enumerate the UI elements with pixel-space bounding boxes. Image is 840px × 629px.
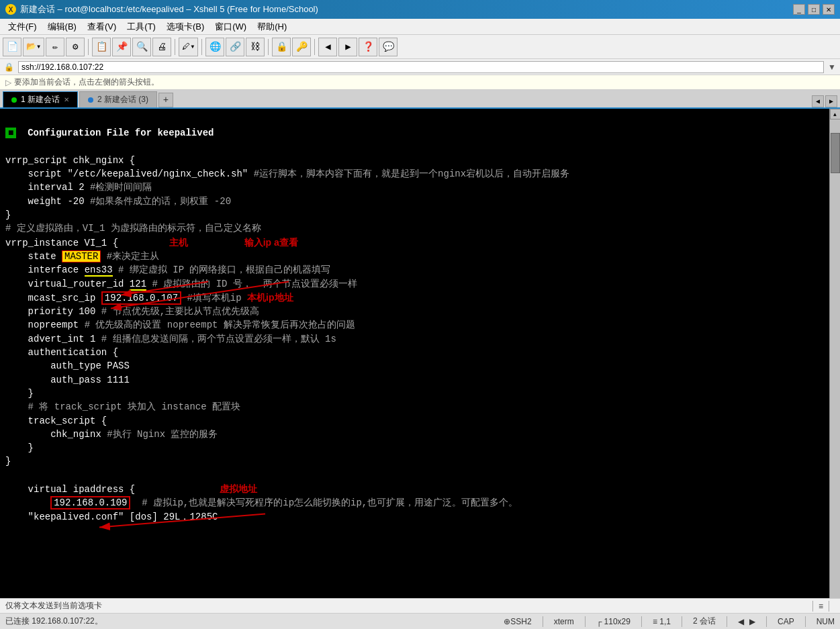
status-sep-2 bbox=[829, 601, 829, 612]
open-dropdown[interactable]: 📂▾ bbox=[23, 38, 44, 56]
chat-button[interactable]: 💬 bbox=[379, 38, 398, 56]
tab-1-label: 1 新建会话 bbox=[21, 94, 60, 105]
font-dropdown[interactable]: 🖊▾ bbox=[179, 38, 198, 56]
new-session-button[interactable]: 📄 bbox=[3, 38, 21, 56]
connection-status: 已连接 192.168.0.107:22。 bbox=[5, 616, 498, 627]
lock-button[interactable]: 🔒 bbox=[272, 38, 291, 56]
close-button[interactable]: ✕ bbox=[823, 4, 835, 15]
bottom-sep-3 bbox=[641, 616, 642, 627]
sep1 bbox=[88, 39, 89, 55]
right-button[interactable]: ▶ bbox=[338, 38, 357, 56]
menu-help[interactable]: 帮助(H) bbox=[252, 19, 292, 34]
session-count: 2 会话 bbox=[693, 616, 716, 627]
terminal[interactable]: ■ Configuration File for keepalived vrrp… bbox=[0, 109, 829, 541]
terminal-row: ■ Configuration File for keepalived vrrp… bbox=[0, 109, 840, 598]
menu-window[interactable]: 窗口(W) bbox=[209, 19, 252, 34]
globe-button[interactable]: 🌐 bbox=[205, 38, 224, 56]
left-button[interactable]: ◀ bbox=[318, 38, 337, 56]
main-window: X 新建会话 – root@localhost:/etc/keepalived … bbox=[0, 0, 840, 629]
status-sep-1 bbox=[812, 601, 813, 612]
bottom-sep-5 bbox=[727, 616, 727, 627]
help-button[interactable]: ❓ bbox=[359, 38, 377, 56]
vertical-scrollbar[interactable]: ▲ bbox=[829, 109, 840, 598]
tab-1-close-button[interactable]: ✕ bbox=[64, 96, 69, 103]
title-bar: X 新建会话 – root@localhost:/etc/keepalived … bbox=[0, 0, 840, 19]
sep5 bbox=[314, 39, 315, 55]
edit-button[interactable]: ✏️ bbox=[46, 38, 64, 56]
window-controls[interactable]: _ □ ✕ bbox=[793, 4, 835, 15]
tab-2-status-dot bbox=[88, 97, 93, 103]
sep3 bbox=[201, 39, 202, 55]
prev-session-button[interactable]: ◀ bbox=[738, 617, 744, 626]
menu-file[interactable]: 文件(F) bbox=[3, 19, 42, 34]
connect-button[interactable]: 🔗 bbox=[226, 38, 244, 56]
disconnect-button[interactable]: ⛓ bbox=[246, 38, 265, 56]
properties-button[interactable]: ⚙ bbox=[66, 38, 85, 56]
status-bar: 仅将文本发送到当前选项卡 ≡ bbox=[0, 598, 840, 613]
find-button[interactable]: 🔍 bbox=[132, 38, 151, 56]
maximize-button[interactable]: □ bbox=[808, 4, 820, 15]
bottom-sep-1 bbox=[543, 616, 543, 627]
address-input[interactable] bbox=[18, 61, 824, 73]
tab-prev-button[interactable]: ◀ bbox=[812, 95, 824, 107]
key-button[interactable]: 🔑 bbox=[292, 38, 311, 56]
info-text: 要添加当前会话，点击左侧的箭头按钮。 bbox=[14, 77, 159, 88]
next-session-button[interactable]: ▶ bbox=[749, 617, 755, 626]
bottom-sep-7 bbox=[805, 616, 806, 627]
scroll-thumb[interactable] bbox=[831, 133, 840, 173]
address-bar: 🔒 ▼ bbox=[0, 59, 840, 75]
ssh-indicator: ⊕SSH2 bbox=[504, 617, 531, 626]
num-indicator: NUM bbox=[816, 617, 835, 626]
paste-button[interactable]: 📌 bbox=[112, 38, 131, 56]
print-button[interactable]: 🖨 bbox=[152, 38, 171, 56]
menu-edit[interactable]: 编辑(B) bbox=[42, 19, 82, 34]
tab-1-status-dot bbox=[11, 97, 17, 103]
terminal-type: xterm bbox=[554, 617, 574, 626]
menu-tabs[interactable]: 选项卡(B) bbox=[161, 19, 209, 34]
terminal-wrapper[interactable]: ■ Configuration File for keepalived vrrp… bbox=[0, 109, 829, 598]
app-icon: X bbox=[5, 4, 16, 15]
bottom-sep-2 bbox=[585, 616, 586, 627]
menu-view[interactable]: 查看(V) bbox=[82, 19, 122, 34]
menu-tools[interactable]: 工具(T) bbox=[122, 19, 161, 34]
status-message: 仅将文本发送到当前选项卡 bbox=[5, 600, 807, 612]
tab-2-label: 2 新建会话 (3) bbox=[97, 94, 148, 105]
info-icon: ▷ bbox=[5, 78, 11, 87]
minimize-button[interactable]: _ bbox=[793, 4, 805, 15]
tab-bar: 1 新建会话 ✕ 2 新建会话 (3) + ◀ ▶ bbox=[0, 90, 840, 109]
copy-button[interactable]: 📋 bbox=[92, 38, 111, 56]
tab-navigation: ◀ ▶ bbox=[812, 95, 837, 107]
sep2 bbox=[175, 39, 175, 55]
sep4 bbox=[268, 39, 269, 55]
status-settings-icon: ≡ bbox=[819, 601, 823, 611]
toolbar: 📄 📂▾ ✏️ ⚙ 📋 📌 🔍 🖨 🖊▾ 🌐 🔗 ⛓ 🔒 🔑 ◀ ▶ ❓ 💬 bbox=[0, 35, 840, 59]
tab-1[interactable]: 1 新建会话 ✕ bbox=[3, 91, 78, 107]
address-icon: 🔒 bbox=[4, 62, 14, 72]
window-title: 新建会话 – root@localhost:/etc/keepalived – … bbox=[20, 3, 793, 15]
bottom-sep-4 bbox=[682, 616, 682, 627]
bottom-sep-6 bbox=[766, 616, 767, 627]
new-tab-button[interactable]: + bbox=[158, 93, 173, 107]
tab-next-button[interactable]: ▶ bbox=[825, 95, 837, 107]
address-dropdown-arrow[interactable]: ▼ bbox=[828, 62, 836, 72]
tab-2[interactable]: 2 新建会话 (3) bbox=[79, 91, 157, 107]
info-bar: ▷ 要添加当前会话，点击左侧的箭头按钮。 bbox=[0, 75, 840, 90]
terminal-size: ┌ 110x29 bbox=[596, 617, 631, 626]
scroll-up-arrow[interactable]: ▲ bbox=[830, 109, 841, 119]
bottom-bar: 已连接 192.168.0.107:22。 ⊕SSH2 xterm ┌ 110x… bbox=[0, 613, 840, 629]
cap-indicator: CAP bbox=[778, 617, 794, 626]
cursor-position: ≡ 1,1 bbox=[653, 617, 671, 626]
menu-bar: 文件(F) 编辑(B) 查看(V) 工具(T) 选项卡(B) 窗口(W) 帮助(… bbox=[0, 19, 840, 35]
